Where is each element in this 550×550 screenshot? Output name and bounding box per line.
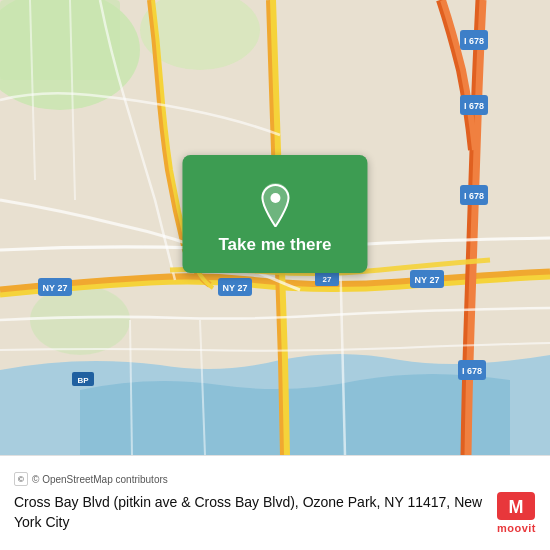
location-pin-icon [257, 183, 293, 227]
svg-text:NY 27: NY 27 [223, 283, 248, 293]
svg-point-24 [270, 193, 280, 203]
osm-credit-text: © OpenStreetMap contributors [32, 474, 168, 485]
osm-logo: © [14, 472, 28, 486]
svg-text:I 678: I 678 [464, 101, 484, 111]
main-container: NY 27 NY 27 27 NY 27 I 678 I 678 I 678 I… [0, 0, 550, 550]
svg-text:BP: BP [77, 376, 89, 385]
svg-text:27: 27 [323, 275, 332, 284]
svg-text:I 678: I 678 [464, 191, 484, 201]
take-me-there-button[interactable]: Take me there [182, 155, 367, 273]
map-area: NY 27 NY 27 27 NY 27 I 678 I 678 I 678 I… [0, 0, 550, 455]
svg-text:NY 27: NY 27 [415, 275, 440, 285]
moovit-logo: M moovit [497, 492, 536, 534]
take-me-there-label: Take me there [218, 235, 331, 255]
location-text: Cross Bay Blvd (pitkin ave & Cross Bay B… [14, 493, 497, 532]
svg-text:I 678: I 678 [462, 366, 482, 376]
moovit-text-label: moovit [497, 522, 536, 534]
osm-credit: © © OpenStreetMap contributors [14, 472, 536, 486]
svg-text:I 678: I 678 [464, 36, 484, 46]
info-bar: © © OpenStreetMap contributors Cross Bay… [0, 455, 550, 550]
location-row: Cross Bay Blvd (pitkin ave & Cross Bay B… [14, 492, 536, 534]
svg-text:M: M [509, 497, 524, 517]
svg-text:NY 27: NY 27 [43, 283, 68, 293]
moovit-brand-icon: M [497, 492, 535, 520]
